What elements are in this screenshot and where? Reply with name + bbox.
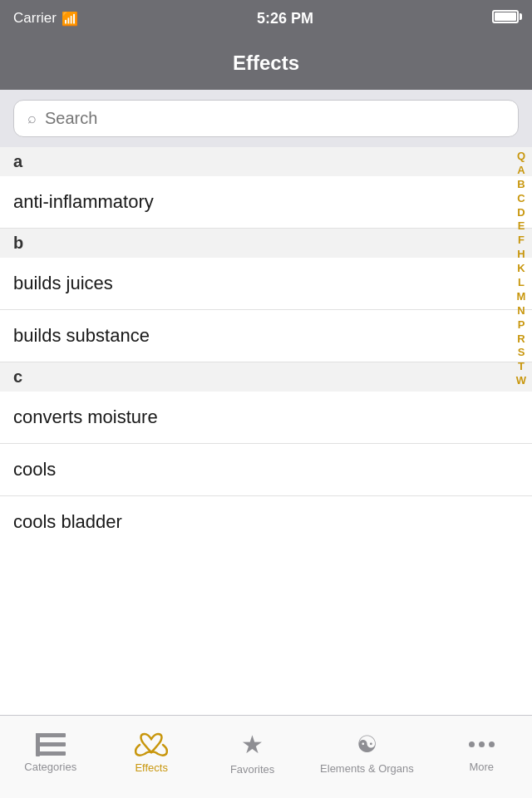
carrier-label: Carrier: [13, 10, 57, 27]
tab-categories-label: Categories: [24, 761, 76, 773]
search-input[interactable]: [45, 109, 505, 128]
svg-rect-0: [36, 733, 66, 737]
more-dots-icon: [469, 733, 495, 756]
time-display: 5:26 PM: [257, 10, 313, 27]
svg-rect-3: [36, 733, 40, 756]
tab-bar: Categories Effects ★ Favorites ☯ Element…: [0, 715, 532, 798]
index-h[interactable]: H: [517, 248, 525, 262]
list-item[interactable]: builds juices: [0, 258, 532, 310]
tab-categories[interactable]: Categories: [17, 733, 84, 773]
tab-elements-organs[interactable]: ☯ Elements & Organs: [320, 731, 414, 775]
index-b[interactable]: B: [517, 178, 525, 192]
list-item[interactable]: builds substance: [0, 310, 532, 362]
yin-yang-icon: ☯: [357, 731, 377, 758]
index-k[interactable]: K: [517, 262, 525, 276]
list-item[interactable]: anti-inflammatory: [0, 176, 532, 229]
nav-bar: Effects: [0, 37, 532, 90]
tab-more[interactable]: More: [448, 733, 515, 773]
tab-more-label: More: [469, 761, 494, 773]
list-item[interactable]: cools: [0, 444, 532, 496]
tab-favorites[interactable]: ★ Favorites: [219, 730, 286, 776]
index-l[interactable]: L: [518, 276, 525, 290]
page-title: Effects: [233, 52, 299, 75]
index-t[interactable]: T: [518, 360, 525, 374]
index-q[interactable]: Q: [517, 150, 525, 164]
section-header-c: c: [0, 362, 532, 392]
effects-icon: [135, 732, 168, 757]
index-c[interactable]: C: [517, 192, 525, 206]
search-container: ⌕: [0, 90, 532, 147]
index-e[interactable]: E: [518, 219, 525, 234]
battery-indicator: [492, 10, 519, 27]
search-bar[interactable]: ⌕: [13, 100, 519, 137]
svg-rect-2: [36, 751, 66, 756]
index-w[interactable]: W: [516, 374, 526, 388]
star-icon: ★: [241, 730, 264, 759]
list-item[interactable]: converts moisture: [0, 392, 532, 444]
index-d[interactable]: D: [517, 206, 525, 220]
tab-effects[interactable]: Effects: [118, 732, 185, 774]
index-m[interactable]: M: [517, 290, 526, 304]
status-bar: Carrier 📶 5:26 PM: [0, 0, 532, 37]
svg-rect-1: [36, 742, 66, 746]
section-header-b: b: [0, 229, 532, 258]
index-r[interactable]: R: [517, 332, 525, 347]
carrier-wifi: Carrier 📶: [13, 10, 78, 27]
index-s[interactable]: S: [518, 346, 525, 360]
index-a[interactable]: A: [517, 164, 525, 178]
search-icon: ⌕: [27, 110, 37, 127]
index-p[interactable]: P: [518, 318, 525, 332]
index-f[interactable]: F: [518, 234, 525, 248]
wifi-icon: 📶: [62, 11, 78, 27]
list-container: a anti-inflammatory b builds juices buil…: [0, 147, 532, 716]
tab-elements-label: Elements & Organs: [320, 762, 414, 775]
index-n[interactable]: N: [517, 304, 525, 318]
tab-favorites-label: Favorites: [230, 763, 274, 776]
list-item[interactable]: cools bladder: [0, 496, 532, 548]
tab-effects-label: Effects: [135, 761, 168, 774]
categories-icon: [36, 733, 66, 756]
section-header-a: a: [0, 147, 532, 176]
